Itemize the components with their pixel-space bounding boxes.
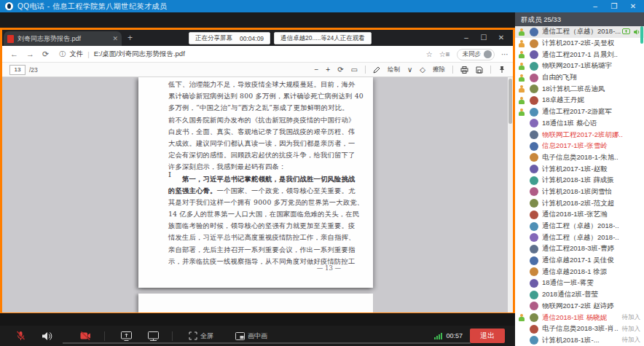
in-call-person-icon [519,74,525,82]
pdf-text-line: 亲自部署，先后主持召开一系列重要会议，作出一系列重要指 [168,244,345,256]
member-name: 通信工程（卓越）2018-... [542,27,621,36]
member-row[interactable]: 通信2018-1班-张艺瀚 [515,209,644,221]
member-row[interactable]: 电子信息类2018-1-朱旭.. [515,152,644,164]
exit-call-button[interactable]: 退出 [470,329,505,343]
member-row[interactable]: 电子信息类2018-3班-肖..待加入 [515,323,644,335]
pdf-text-line: 的坚强主心骨。一个国家、一个政党，领导核心至关重要。尤 [168,185,345,197]
refresh-icon[interactable]: ⟳ [42,50,49,59]
member-row[interactable]: 信息2017-1班-张雪岭 [515,141,644,152]
pdf-viewer-canvas[interactable]: 低下、治理能力不足，导致疫情全球大规模蔓延。目前，海外累计确诊新冠病例达到 80… [2,77,513,312]
pdf-text-line: 多万例，“中国之治”与“西方之乱”形成了更加鲜明的对比。 [168,102,345,114]
member-avatar [530,211,538,219]
member-row[interactable]: 通信工程2017-2游庭军 [515,106,644,118]
forward-icon[interactable]: → [26,50,34,58]
member-row[interactable]: 通信工程2018-3班-曹婷 [515,243,644,255]
more-menu-icon[interactable]: ⋯ [501,50,508,58]
member-row[interactable]: 2018通信2班-普莹 [515,289,644,301]
zoom-in-button[interactable]: + [326,66,330,74]
member-avatar [530,84,538,93]
erase-icon[interactable]: ◇ [420,66,425,74]
new-tab-button[interactable]: + [127,33,133,43]
browser-close-button[interactable]: ✕ [492,31,510,44]
pdf-text-line: 第一，习近平总书记掌舵领航，是我们战胜一切风险挑战 [168,173,345,185]
fit-page-button[interactable]: ▭ [351,66,358,74]
member-avatar [530,39,538,48]
member-avatar [530,256,538,265]
member-row[interactable]: 计算机2018-2班-范文超 [515,197,644,209]
sharing-status-toast: 正在分享屏幕 00:04:09 [189,32,270,44]
member-status: 待加入 [622,313,641,322]
member-row[interactable]: 通信工程2017-1 吕晨刘.. [515,49,644,60]
member-list: 通信工程（卓越）2018-...计算机2017-2班-吴登权通信工程2017-1… [515,26,644,346]
qq-restore-button[interactable]: ❐ [605,0,624,12]
rotate-button[interactable]: ⟳ [337,66,343,74]
group-members-panel: 群成员 25/33 通信工程（卓越）2018-...计算机2017-2班-吴登权… [515,12,644,346]
member-avatar [530,313,538,322]
tab-pdf-document[interactable]: 刘奇同志形势报告.pdf ✕ [4,31,122,46]
member-avatar [530,291,538,299]
member-row[interactable]: 物联网工程2017-2班胡娜.. [515,129,644,141]
member-row[interactable]: 通信工程（卓越）2018-... [515,26,644,38]
member-name: 物联网2017-2班 赵诗婷 [542,302,614,311]
member-avatar [530,199,538,208]
save-icon[interactable] [476,66,483,74]
pdf-text-line: 白皮书，全面、真实、客观地记录了我国战疫的艰辛历程、伟 [168,126,345,138]
member-row[interactable]: 通信卓越2017-1 吴佳俊 [515,255,644,267]
member-row[interactable]: 计算机2018-1班 薛成振 [515,175,644,186]
member-row[interactable]: 物联网2017-1班杨璐宇 [515,60,644,72]
member-row[interactable]: 18卓越王丹妮 [515,95,644,106]
page-info-icon[interactable]: ⓘ [59,50,66,59]
member-row[interactable]: 计算机2018-1班-...待加入 [515,335,644,346]
back-icon[interactable]: ← [10,50,18,58]
draw-dropdown-icon[interactable]: ∨ [407,66,412,74]
erase-label[interactable]: 擦除 [433,66,445,74]
zoom-out-button[interactable]: − [314,66,318,74]
member-row[interactable]: 通信卓越2018-1 徐源 [515,266,644,278]
call-duration: 00:57 [446,332,463,339]
pdf-scrollbar-track[interactable] [508,77,513,312]
member-row[interactable]: 计算机2017-2班-吴登权 [515,38,644,50]
print-icon[interactable] [460,66,468,74]
member-row[interactable]: 计算机2018-1班闵雪怡 [515,186,644,198]
member-row[interactable]: 通信工程（卓越）2018-.. [515,221,644,232]
qq-minimize-button[interactable]: – [586,0,605,12]
member-row[interactable]: 计算机2017-1班-赵毅 [515,163,644,175]
in-call-person-icon [519,85,525,93]
draw-label[interactable]: 绘制 [388,66,400,74]
member-avatar [530,187,538,196]
member-row[interactable]: 18通信一班-蒋雯 [515,278,644,289]
favorite-star-icon[interactable]: ☆ [426,50,433,58]
member-row[interactable]: 通信2018-1班 杨晓妮待加入 [515,312,644,323]
tab-close-icon[interactable]: ✕ [112,35,118,42]
in-call-person-icon [519,314,525,321]
page-number-input[interactable]: 13 [9,65,25,75]
pdf-scrollbar-thumb[interactable] [508,79,512,124]
pdf-toolbar: 13 /23 − + ⟳ ▭ 绘制 ∨ ◇ 擦除 [2,63,513,77]
collections-icon[interactable]: ☆≡ [439,50,450,58]
member-row[interactable]: 18通信1班 蔡心语 [515,118,644,130]
pdf-text-line: 族面临考验的时候，领导核心的坚强有力就更加至关重要。疫 [168,220,345,232]
in-call-person-icon [519,40,525,47]
member-name: 自由的飞翔 [542,73,577,82]
browser-profile-button[interactable]: 未同步 [457,49,495,60]
pin-toolbar-icon[interactable] [498,66,506,74]
pdf-page-14-top-edge [138,294,373,312]
address-path: E:/桌面/刘奇同志形势报告.pdf [94,50,185,59]
member-avatar [530,62,538,71]
address-field[interactable]: ⓘ 文件 | E:/桌面/刘奇同志形势报告.pdf [59,50,185,59]
browser-minimize-button[interactable]: – [458,31,475,44]
tab-title: 刘奇同志形势报告.pdf [17,34,109,44]
in-call-person-icon [519,109,525,116]
taskbar-sliver [63,342,471,344]
sidebar-scrollbar-thumb[interactable] [640,26,643,44]
draw-pen-icon[interactable] [373,66,380,74]
member-name: 通信工程（卓越）2018-.. [542,233,619,243]
qq-close-button[interactable]: ✕ [624,0,643,12]
member-row[interactable]: 物联网2017-2班 赵诗婷 [515,301,644,312]
pdf-text: 低下、治理能力不足，导致疫情全球大规模蔓延。目前，海外累计确诊新冠病例达到 80… [168,79,345,267]
member-row[interactable]: 通信工程（卓越）2018-.. [515,232,644,243]
pdf-text-line: 情发生后，习近平总书记高度重视疫情防控工作，亲自指挥、 [168,232,345,243]
browser-maximize-button[interactable]: ☐ [475,31,492,44]
member-row[interactable]: 自由的飞翔 [515,72,644,84]
member-row[interactable]: 18计算机二班岳迪凤 [515,83,644,95]
